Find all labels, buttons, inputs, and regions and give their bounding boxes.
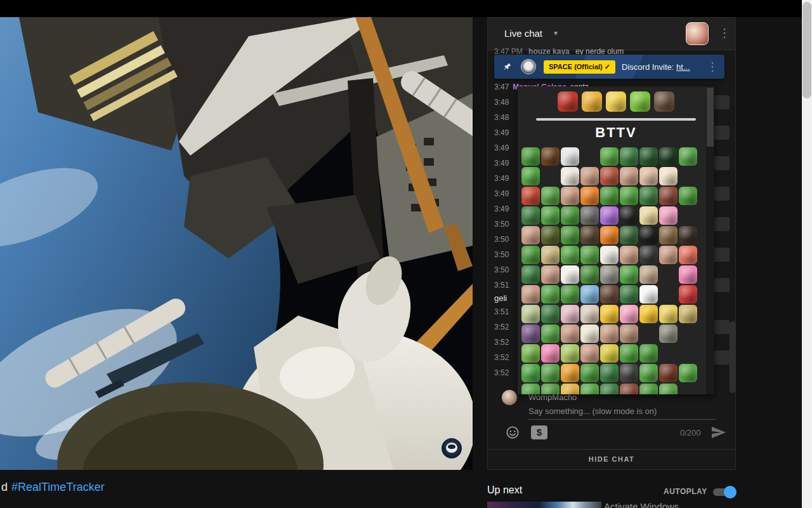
bttv-emote[interactable] xyxy=(620,364,638,382)
video-player[interactable] xyxy=(0,17,473,470)
bttv-emote[interactable] xyxy=(679,246,697,264)
superchat-dollar-icon[interactable]: $ xyxy=(531,425,547,439)
bttv-emote[interactable] xyxy=(639,384,658,394)
recent-emote[interactable] xyxy=(630,91,650,112)
bttv-emote[interactable] xyxy=(561,285,579,304)
bttv-emote[interactable] xyxy=(580,305,599,323)
bttv-emote[interactable] xyxy=(639,206,658,225)
bttv-emote[interactable] xyxy=(521,344,540,363)
bttv-emote[interactable] xyxy=(620,246,638,264)
bttv-emote[interactable] xyxy=(639,344,658,363)
autoplay-toggle[interactable] xyxy=(713,488,735,496)
bttv-emote[interactable] xyxy=(600,285,619,304)
bttv-emote[interactable] xyxy=(541,265,560,284)
bttv-emote[interactable] xyxy=(639,226,658,244)
bttv-emote[interactable] xyxy=(639,285,658,304)
bttv-emote[interactable] xyxy=(541,187,560,205)
bttv-emote[interactable] xyxy=(600,147,619,166)
bttv-emote[interactable] xyxy=(600,187,619,205)
bttv-emote[interactable] xyxy=(561,206,579,225)
bttv-emote[interactable] xyxy=(580,364,599,382)
bttv-emote[interactable] xyxy=(620,384,638,394)
bttv-emote[interactable] xyxy=(620,305,638,323)
video-hashtag-link[interactable]: #RealTimeTracker xyxy=(11,481,105,493)
bttv-emote[interactable] xyxy=(679,305,697,323)
bttv-emote[interactable] xyxy=(580,187,599,205)
bttv-emote[interactable] xyxy=(521,246,540,264)
bttv-emote[interactable] xyxy=(679,226,697,244)
bttv-emote[interactable] xyxy=(521,364,540,382)
recent-emote[interactable] xyxy=(582,91,602,112)
bttv-emote[interactable] xyxy=(620,167,638,185)
bttv-emote[interactable] xyxy=(541,285,560,304)
bttv-emote[interactable] xyxy=(521,265,540,284)
bttv-emote[interactable] xyxy=(561,305,579,323)
bttv-emote[interactable] xyxy=(541,226,560,244)
bttv-emote[interactable] xyxy=(541,384,560,394)
bttv-emote[interactable] xyxy=(620,147,638,166)
bttv-emote[interactable] xyxy=(580,226,599,244)
pinned-message-banner[interactable]: SPACE (Official) ✓ Discord Invite: ht...… xyxy=(494,55,724,79)
bttv-emote[interactable] xyxy=(620,226,638,244)
up-next-thumbnail[interactable] xyxy=(487,502,601,508)
chat-input[interactable]: Say something... (slow mode is on) xyxy=(528,404,716,420)
pinned-link[interactable]: ht... xyxy=(676,62,690,72)
bttv-emote[interactable] xyxy=(639,147,658,166)
bttv-emote[interactable] xyxy=(600,344,619,363)
bttv-emote[interactable] xyxy=(541,324,560,343)
bttv-emote[interactable] xyxy=(541,147,560,166)
bttv-emote[interactable] xyxy=(659,305,678,323)
bttv-emote[interactable] xyxy=(679,364,697,382)
bttv-emote[interactable] xyxy=(600,226,619,244)
bttv-emote[interactable] xyxy=(580,265,599,284)
chevron-down-icon[interactable]: ▾ xyxy=(554,29,558,37)
bttv-emote[interactable] xyxy=(561,265,579,284)
bttv-emote[interactable] xyxy=(521,324,540,343)
bttv-emote[interactable] xyxy=(580,285,599,304)
recent-emote[interactable] xyxy=(558,91,578,112)
recent-emote[interactable] xyxy=(606,91,626,112)
bttv-emote[interactable] xyxy=(561,344,579,363)
bttv-emote[interactable] xyxy=(620,324,638,343)
bttv-emote[interactable] xyxy=(521,384,540,394)
bttv-emote[interactable] xyxy=(561,384,579,394)
picker-scrollbar-thumb[interactable] xyxy=(707,88,714,147)
bttv-emote[interactable] xyxy=(620,187,638,205)
bttv-emote[interactable] xyxy=(659,147,678,166)
pinned-kebab-icon[interactable]: ⋮ xyxy=(707,61,718,72)
bttv-emote[interactable] xyxy=(521,187,540,205)
bttv-emote[interactable] xyxy=(679,285,697,304)
bttv-emote[interactable] xyxy=(679,187,697,205)
bttv-emote[interactable] xyxy=(600,265,619,284)
bttv-emote[interactable] xyxy=(580,324,599,343)
bttv-emote[interactable] xyxy=(600,167,619,185)
send-icon[interactable] xyxy=(711,427,726,438)
bttv-emote[interactable] xyxy=(600,364,619,382)
bttv-emote[interactable] xyxy=(521,305,540,323)
bttv-emote[interactable] xyxy=(521,226,540,244)
bttv-emote[interactable] xyxy=(541,344,560,363)
bttv-emote[interactable] xyxy=(561,187,579,205)
bttv-emote[interactable] xyxy=(659,187,678,205)
bttv-emote[interactable] xyxy=(600,384,619,394)
bttv-emote[interactable] xyxy=(659,226,678,244)
bttv-emote[interactable] xyxy=(620,285,638,304)
bttv-emote[interactable] xyxy=(639,305,658,323)
bttv-emote[interactable] xyxy=(521,206,540,225)
bttv-emote[interactable] xyxy=(580,246,599,264)
bttv-emote[interactable] xyxy=(521,147,540,166)
bttv-emote[interactable] xyxy=(580,344,599,363)
bttv-emote[interactable] xyxy=(659,384,678,394)
bttv-emote[interactable] xyxy=(639,167,658,185)
bttv-emote[interactable] xyxy=(600,305,619,323)
recent-emote[interactable] xyxy=(654,91,674,112)
bttv-emote[interactable] xyxy=(659,167,678,185)
bttv-emote[interactable] xyxy=(521,285,540,304)
bttv-emote[interactable] xyxy=(659,324,678,343)
bttv-emote[interactable] xyxy=(561,147,579,166)
chat-scrollbar-thumb[interactable] xyxy=(730,321,736,393)
bttv-emote[interactable] xyxy=(639,364,658,382)
chat-menu-kebab-icon[interactable]: ⋮ xyxy=(719,27,730,39)
bttv-emote[interactable] xyxy=(580,206,599,225)
bttv-emote[interactable] xyxy=(541,206,560,225)
